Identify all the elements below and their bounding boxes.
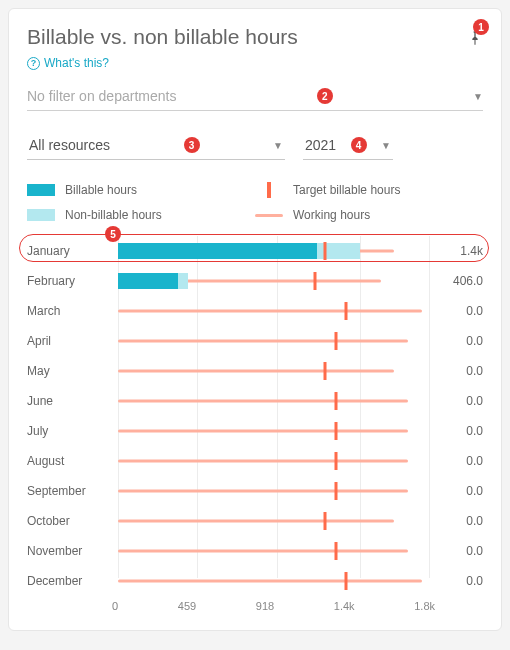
chevron-down-icon: ▼ <box>381 140 391 151</box>
billable-bar <box>118 273 178 289</box>
working-hours-line <box>118 310 422 313</box>
axis-tick: 1.8k <box>414 600 435 612</box>
header: Billable vs. non billable hours 1 <box>27 25 483 50</box>
working-hours-line <box>118 430 408 433</box>
bar-area <box>118 506 429 536</box>
widget-card: Billable vs. non billable hours 1 ? What… <box>8 8 502 631</box>
value-label: 0.0 <box>435 574 483 588</box>
value-label: 0.0 <box>435 334 483 348</box>
bar-area <box>118 536 429 566</box>
axis-tick: 1.4k <box>334 600 355 612</box>
month-label: August <box>27 454 112 468</box>
year-select[interactable]: 2021 4 ▼ <box>303 133 393 160</box>
x-axis: 04599181.4k1.8k <box>27 600 483 612</box>
department-filter[interactable]: No filter on departments 2 ▼ <box>27 88 483 111</box>
working-hours-line <box>118 460 408 463</box>
target-tick <box>345 302 348 320</box>
chart-row: April0.0 <box>27 326 483 356</box>
month-label: December <box>27 574 112 588</box>
chevron-down-icon: ▼ <box>473 91 483 102</box>
working-hours-line <box>118 580 422 583</box>
target-tick <box>334 422 337 440</box>
bar-area <box>118 416 429 446</box>
working-hours-line <box>118 340 408 343</box>
month-label: November <box>27 544 112 558</box>
month-label: July <box>27 424 112 438</box>
bar-area <box>118 236 429 266</box>
working-hours-line <box>118 400 408 403</box>
value-label: 0.0 <box>435 514 483 528</box>
callout-badge-3: 3 <box>184 137 200 153</box>
x-axis-ticks: 04599181.4k1.8k <box>112 600 435 612</box>
month-label: January <box>27 244 112 258</box>
bar-area <box>118 266 429 296</box>
chart-row: December0.0 <box>27 566 483 596</box>
bar-area <box>118 476 429 506</box>
callout-badge-2: 2 <box>317 88 333 104</box>
chart-row: July0.0 <box>27 416 483 446</box>
value-label: 0.0 <box>435 544 483 558</box>
working-hours-line <box>118 520 394 523</box>
bar-area <box>118 356 429 386</box>
value-label: 0.0 <box>435 364 483 378</box>
chart-row: August0.0 <box>27 446 483 476</box>
bar-area <box>118 386 429 416</box>
bar-area <box>118 446 429 476</box>
working-hours-line <box>118 370 394 373</box>
target-tick <box>324 512 327 530</box>
target-tick <box>334 482 337 500</box>
target-tick <box>334 392 337 410</box>
value-label: 0.0 <box>435 394 483 408</box>
month-label: May <box>27 364 112 378</box>
year-select-label: 2021 <box>305 137 336 153</box>
target-tick <box>324 242 327 260</box>
nonbillable-bar <box>178 273 188 289</box>
month-label: March <box>27 304 112 318</box>
whats-this-link[interactable]: ? What's this? <box>27 56 109 70</box>
axis-tick: 0 <box>112 600 118 612</box>
value-label: 406.0 <box>435 274 483 288</box>
page-title: Billable vs. non billable hours <box>27 25 298 49</box>
month-label: April <box>27 334 112 348</box>
chart-row: June0.0 <box>27 386 483 416</box>
stacked-bar <box>118 273 188 289</box>
month-label: June <box>27 394 112 408</box>
target-tick <box>313 272 316 290</box>
axis-tick: 459 <box>178 600 196 612</box>
callout-badge-5: 5 <box>105 226 121 242</box>
target-tick <box>345 572 348 590</box>
value-label: 0.0 <box>435 454 483 468</box>
whats-this-label: What's this? <box>44 56 109 70</box>
chart-row: February406.0 <box>27 266 483 296</box>
legend: Billable hours Target billable hours Non… <box>27 182 483 222</box>
month-label: February <box>27 274 112 288</box>
swatch-working <box>255 214 283 217</box>
pin-button[interactable]: 1 <box>467 25 483 50</box>
legend-target: Target billable hours <box>255 182 483 198</box>
swatch-billable <box>27 184 55 196</box>
chart-row: September0.0 <box>27 476 483 506</box>
legend-nonbillable: Non-billable hours <box>27 208 255 222</box>
working-hours-line <box>118 550 408 553</box>
legend-working: Working hours <box>255 208 483 222</box>
legend-billable: Billable hours <box>27 182 255 198</box>
help-icon: ? <box>27 57 40 70</box>
target-tick <box>334 332 337 350</box>
resources-select[interactable]: All resources 3 ▼ <box>27 133 285 160</box>
target-tick <box>334 452 337 470</box>
target-tick <box>324 362 327 380</box>
value-label: 0.0 <box>435 424 483 438</box>
value-label: 1.4k <box>435 244 483 258</box>
value-label: 0.0 <box>435 304 483 318</box>
month-label: September <box>27 484 112 498</box>
callout-badge-1: 1 <box>473 19 489 35</box>
chart-row: May0.0 <box>27 356 483 386</box>
callout-badge-4: 4 <box>351 137 367 153</box>
chevron-down-icon: ▼ <box>273 140 283 151</box>
target-tick <box>334 542 337 560</box>
month-label: October <box>27 514 112 528</box>
value-label: 0.0 <box>435 484 483 498</box>
chart-row: January1.4k <box>27 236 483 266</box>
axis-tick: 918 <box>256 600 274 612</box>
bar-area <box>118 296 429 326</box>
